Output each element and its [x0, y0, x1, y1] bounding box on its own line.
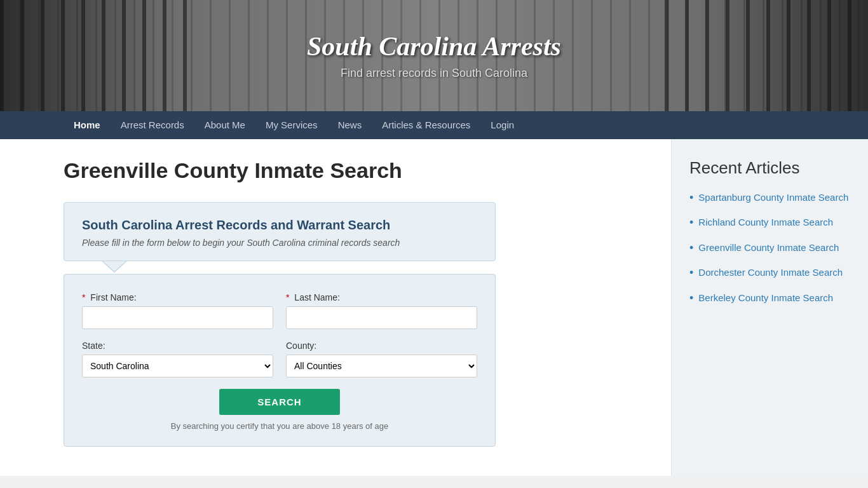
- site-subtitle: Find arrest records in South Carolina: [341, 67, 527, 80]
- article-link-greenville[interactable]: Greenville County Inmate Search: [698, 241, 839, 254]
- sidebar-articles-list: • Spartanburg County Inmate Search • Ric…: [689, 191, 850, 306]
- sidebar: Recent Articles • Spartanburg County Inm…: [671, 139, 868, 476]
- search-box-title: South Carolina Arrest Records and Warran…: [82, 218, 477, 233]
- form-row-names: * First Name: * Last Name:: [82, 292, 477, 329]
- nav-login[interactable]: Login: [480, 111, 524, 139]
- county-label: County:: [286, 341, 477, 351]
- bullet-icon: •: [689, 215, 693, 230]
- form-row-location: State: South Carolina County: All Counti…: [82, 341, 477, 377]
- search-button[interactable]: SEARCH: [219, 389, 339, 415]
- search-connector-arrow: [102, 261, 127, 274]
- list-item: • Berkeley County Inmate Search: [689, 291, 850, 306]
- first-name-label: * First Name:: [82, 292, 273, 302]
- state-select[interactable]: South Carolina: [82, 355, 273, 377]
- last-name-input[interactable]: [286, 306, 477, 329]
- bullet-icon: •: [689, 291, 693, 306]
- state-label: State:: [82, 341, 273, 351]
- bullet-icon: •: [689, 191, 693, 205]
- article-link-richland[interactable]: Richland County Inmate Search: [698, 215, 833, 229]
- page-wrap: Greenville County Inmate Search South Ca…: [0, 139, 868, 476]
- last-name-required: *: [286, 292, 289, 302]
- county-group: County: All Counties: [286, 341, 477, 377]
- list-item: • Spartanburg County Inmate Search: [689, 191, 850, 205]
- nav-news[interactable]: News: [328, 111, 372, 139]
- nav-articles-resources[interactable]: Articles & Resources: [372, 111, 480, 139]
- search-box-subtitle: Please fill in the form below to begin y…: [82, 238, 477, 248]
- list-item: • Dorchester County Inmate Search: [689, 266, 850, 280]
- nav-arrest-records[interactable]: Arrest Records: [111, 111, 194, 139]
- search-disclaimer: By searching you certify that you are ab…: [82, 421, 477, 431]
- search-button-wrap: SEARCH: [82, 389, 477, 415]
- article-link-berkeley[interactable]: Berkeley County Inmate Search: [698, 291, 833, 304]
- county-select[interactable]: All Counties: [286, 355, 477, 377]
- bullet-icon: •: [689, 241, 693, 255]
- state-group: State: South Carolina: [82, 341, 273, 377]
- main-content: Greenville County Inmate Search South Ca…: [0, 139, 671, 476]
- last-name-group: * Last Name:: [286, 292, 477, 329]
- last-name-label: * Last Name:: [286, 292, 477, 302]
- first-name-required: *: [82, 292, 85, 302]
- page-title: Greenville County Inmate Search: [64, 158, 646, 183]
- search-info-box: South Carolina Arrest Records and Warran…: [64, 202, 496, 261]
- site-title: South Carolina Arrests: [307, 31, 561, 62]
- nav-home[interactable]: Home: [64, 111, 111, 139]
- list-item: • Greenville County Inmate Search: [689, 241, 850, 255]
- nav-about-me[interactable]: About Me: [194, 111, 255, 139]
- list-item: • Richland County Inmate Search: [689, 215, 850, 230]
- nav-my-services[interactable]: My Services: [255, 111, 328, 139]
- article-link-dorchester[interactable]: Dorchester County Inmate Search: [698, 266, 843, 279]
- first-name-input[interactable]: [82, 306, 273, 329]
- article-link-spartanburg[interactable]: Spartanburg County Inmate Search: [698, 191, 848, 204]
- search-form-box: * First Name: * Last Name: State:: [64, 274, 496, 447]
- hero-section: South Carolina Arrests Find arrest recor…: [0, 0, 868, 111]
- main-nav: Home Arrest Records About Me My Services…: [0, 111, 868, 139]
- first-name-group: * First Name:: [82, 292, 273, 329]
- bullet-icon: •: [689, 266, 693, 280]
- sidebar-title: Recent Articles: [689, 158, 850, 178]
